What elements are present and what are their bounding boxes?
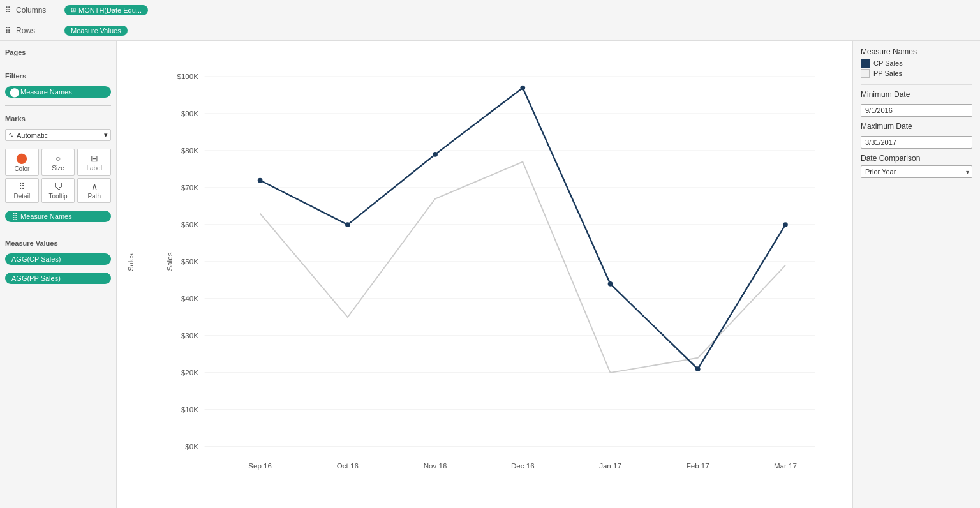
cp-dot-dec16 — [520, 86, 525, 91]
svg-text:Oct 16: Oct 16 — [337, 462, 359, 470]
legend-divider — [861, 84, 972, 85]
columns-pill[interactable]: ⊞ MONTH(Date Equ... — [64, 5, 148, 15]
svg-text:Sep 16: Sep 16 — [248, 462, 272, 470]
svg-text:$90K: $90K — [181, 110, 198, 117]
svg-text:Nov 16: Nov 16 — [424, 462, 447, 470]
marks-pill-dots-icon: ⣿ — [11, 213, 18, 220]
svg-text:Sales: Sales — [166, 252, 174, 271]
main-layout: Pages Filters ⬤ Measure Names Marks ∿ Au… — [0, 41, 980, 508]
filters-measure-names-pill[interactable]: ⬤ Measure Names — [5, 86, 111, 98]
columns-toolbar: ⠿ Columns ⊞ MONTH(Date Equ... — [0, 0, 980, 20]
measure-values-title: Measure Values — [5, 239, 111, 247]
tooltip-icon: 🗨 — [54, 181, 63, 191]
min-date-label: Minimum Date — [861, 90, 972, 99]
cp-sales-swatch — [861, 59, 870, 68]
legend-section: Measure Names CP Sales PP Sales — [861, 47, 972, 79]
right-panel: Measure Names CP Sales PP Sales Minimum … — [852, 41, 980, 508]
svg-text:$60K: $60K — [181, 221, 198, 228]
cp-dot-nov16 — [433, 152, 438, 157]
date-comparison-select-wrap: Prior Year Prior Period ▾ — [861, 165, 972, 178]
chart-container: Sales $0K — [117, 41, 852, 508]
svg-text:$30K: $30K — [181, 332, 198, 340]
sidebar: Pages Filters ⬤ Measure Names Marks ∿ Au… — [0, 41, 117, 508]
calendar-icon: ⊞ — [71, 6, 76, 13]
rows-pill[interactable]: Measure Values — [64, 26, 128, 36]
chart-svg: $0K $10K $20K $30K $40K $50K $60K $70K $… — [161, 51, 840, 479]
marks-grid: ⬤ Color ○ Size ⊟ Label ⠿ Detail 🗨 Toolti… — [5, 149, 111, 203]
cp-dot-oct16 — [345, 222, 350, 227]
agg-cp-sales-pill[interactable]: AGG(CP Sales) — [5, 253, 111, 265]
size-icon: ○ — [56, 153, 61, 163]
marks-title: Marks — [5, 115, 111, 123]
cp-dot-mar17 — [783, 222, 788, 227]
cp-dot-jan17 — [608, 281, 613, 287]
marks-dropdown-arrow: ▾ — [104, 131, 108, 139]
pages-title: Pages — [5, 49, 111, 56]
svg-text:Dec 16: Dec 16 — [511, 462, 535, 470]
marks-measure-names-pill[interactable]: ⣿ Measure Names — [5, 211, 111, 222]
svg-text:$20K: $20K — [181, 369, 198, 377]
pages-separator — [5, 63, 111, 63]
min-date-section: Minimum Date — [861, 90, 972, 117]
min-date-input[interactable] — [861, 104, 972, 117]
chart-inner: Sales $0K — [117, 46, 852, 508]
marks-label-btn[interactable]: ⊟ Label — [77, 149, 111, 176]
max-date-label: Maximum Date — [861, 122, 972, 131]
svg-text:$70K: $70K — [181, 184, 198, 191]
marks-color-btn[interactable]: ⬤ Color — [5, 149, 39, 176]
filters-separator — [5, 105, 111, 106]
cp-dot-feb17 — [695, 366, 701, 371]
pp-sales-line — [260, 162, 785, 373]
svg-text:Mar 17: Mar 17 — [774, 462, 797, 470]
color-icon: ⬤ — [16, 152, 27, 164]
cp-dot-sep16 — [258, 178, 263, 183]
columns-label: Columns — [16, 6, 61, 15]
svg-text:$10K: $10K — [181, 406, 198, 414]
filter-pill-icon: ⬤ — [11, 89, 18, 95]
marks-type-select[interactable]: ∿ Automatic ▾ — [5, 129, 111, 141]
agg-pp-sales-pill[interactable]: AGG(PP Sales) — [5, 273, 111, 284]
svg-text:$40K: $40K — [181, 295, 198, 303]
y-axis-label: Sales — [127, 253, 135, 271]
filters-title: Filters — [5, 72, 111, 80]
detail-icon: ⠿ — [19, 181, 25, 191]
rows-label: Rows — [16, 26, 61, 35]
svg-text:$80K: $80K — [181, 147, 198, 154]
rows-drag-icon: ⠿ — [5, 26, 11, 35]
svg-text:Jan 17: Jan 17 — [599, 462, 621, 470]
max-date-input[interactable] — [861, 136, 972, 149]
measure-values-separator — [5, 230, 111, 230]
marks-type-row: ∿ Automatic ▾ — [5, 129, 111, 141]
svg-text:$50K: $50K — [181, 258, 198, 265]
label-icon: ⊟ — [91, 153, 98, 163]
marks-tooltip-btn[interactable]: 🗨 Tooltip — [41, 178, 75, 203]
marks-detail-btn[interactable]: ⠿ Detail — [5, 178, 39, 203]
rows-toolbar: ⠿ Rows Measure Values — [0, 20, 980, 41]
date-comparison-select[interactable]: Prior Year Prior Period — [861, 165, 972, 178]
marks-path-btn[interactable]: ∧ Path — [77, 178, 111, 203]
legend-pp-sales: PP Sales — [861, 69, 972, 78]
legend-title: Measure Names — [861, 47, 972, 56]
columns-drag-icon: ⠿ — [5, 6, 11, 15]
path-icon: ∧ — [91, 181, 98, 191]
max-date-section: Maximum Date — [861, 122, 972, 149]
legend-cp-sales: CP Sales — [861, 59, 972, 68]
date-comparison-label: Date Comparison — [861, 154, 972, 163]
date-comparison-section: Date Comparison Prior Year Prior Period … — [861, 154, 972, 178]
pp-sales-swatch — [861, 69, 870, 78]
marks-size-btn[interactable]: ○ Size — [41, 149, 75, 176]
cp-sales-line — [260, 88, 785, 370]
svg-text:$0K: $0K — [185, 443, 198, 451]
svg-text:Feb 17: Feb 17 — [687, 462, 709, 470]
svg-text:$100K: $100K — [177, 73, 198, 80]
